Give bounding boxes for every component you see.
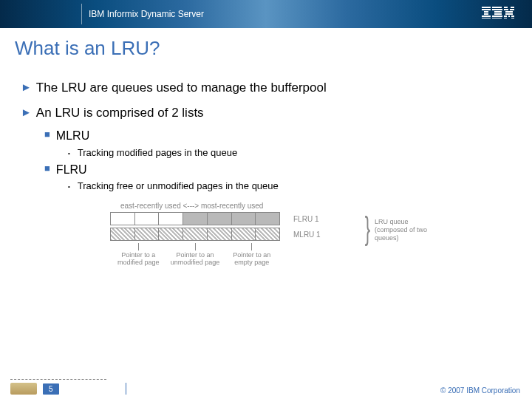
footer-divider	[126, 383, 126, 395]
svg-rect-11	[492, 18, 502, 18]
callout-line	[251, 243, 252, 250]
svg-rect-20	[508, 16, 510, 17]
queue-cell	[135, 213, 160, 225]
callout: Pointer to an empty page	[223, 243, 280, 267]
queue-cell	[111, 213, 135, 225]
slide-footer: 5 © 2007 IBM Corporation	[0, 378, 532, 399]
footer-badge-icon	[10, 383, 37, 395]
queue-cell	[183, 213, 208, 225]
ibm-logo	[482, 7, 514, 21]
bullet-text: The LRU are queues used to manage the bu…	[36, 81, 327, 95]
square-bullet-icon: ■	[44, 163, 50, 175]
queue-cell	[208, 213, 232, 225]
bullet-text: Tracking free or unmodified pages in the…	[78, 180, 279, 191]
svg-rect-19	[504, 16, 507, 17]
bullet-text: FLRU	[56, 163, 87, 178]
copyright-text: © 2007 IBM Corporation	[440, 386, 520, 395]
triangle-bullet-icon: ►	[21, 106, 32, 119]
svg-rect-18	[505, 13, 513, 15]
bullet-level2: ■ FLRU	[44, 163, 517, 178]
bullet-text: An LRU is comprised of 2 lists	[36, 106, 204, 120]
bullet-text: MLRU	[56, 129, 89, 144]
queue-cell	[256, 213, 279, 225]
callout-line	[138, 243, 139, 250]
queue-cell	[232, 228, 256, 240]
svg-rect-4	[482, 16, 491, 17]
svg-rect-6	[492, 7, 502, 8]
queue-cell	[111, 228, 135, 240]
svg-rect-14	[504, 9, 508, 10]
svg-rect-22	[504, 18, 507, 18]
callout-text: Pointer to an unmodified page	[167, 252, 224, 267]
header-divider	[81, 4, 82, 24]
svg-rect-2	[484, 11, 488, 13]
slide-title: What is an LRU?	[0, 28, 532, 63]
triangle-bullet-icon: ►	[21, 81, 32, 94]
svg-rect-12	[504, 7, 508, 8]
svg-rect-23	[511, 18, 514, 18]
bullet-level2: ■ MLRU	[44, 129, 517, 144]
svg-rect-21	[511, 16, 514, 17]
header-product-name: IBM Informix Dynamic Server	[89, 9, 204, 19]
callout: Pointer to a modified page	[110, 243, 167, 267]
diagram-top-label: east-recently used <---> most-recently u…	[120, 202, 428, 210]
brace-icon: }	[365, 214, 370, 243]
queue-cell	[232, 213, 256, 225]
bullet-text: Tracking modified pages in the queue	[78, 147, 237, 158]
dot-bullet-icon: •	[68, 183, 70, 190]
mlru-bar	[110, 228, 280, 241]
callout: Pointer to an unmodified page	[167, 243, 224, 267]
bullet-level1: ► An LRU is comprised of 2 lists	[21, 106, 517, 120]
queue-cell	[159, 228, 183, 240]
queue-cell	[135, 228, 160, 240]
svg-rect-5	[482, 18, 491, 18]
slide-content: ► The LRU are queues used to manage the …	[0, 63, 532, 267]
flru-bar	[110, 212, 280, 225]
svg-rect-3	[484, 13, 488, 15]
bullet-level3: • Tracking modified pages in the queue	[68, 147, 517, 158]
svg-rect-1	[482, 9, 491, 10]
dot-bullet-icon: •	[68, 150, 70, 157]
svg-rect-17	[509, 11, 513, 13]
svg-rect-15	[510, 9, 514, 10]
queue-cell	[159, 213, 183, 225]
callout-text: Pointer to an empty page	[223, 252, 280, 267]
callout-text: Pointer to a modified page	[110, 252, 167, 267]
svg-rect-8	[494, 11, 502, 13]
diagram-row-label: FLRU 1	[293, 215, 327, 223]
bullet-level1: ► The LRU are queues used to manage the …	[21, 81, 517, 95]
svg-rect-16	[505, 11, 509, 13]
queue-cell	[183, 228, 208, 240]
diagram-row-label: MLRU 1	[293, 231, 327, 239]
slide-header: IBM Informix Dynamic Server	[0, 0, 532, 28]
svg-rect-0	[482, 7, 491, 8]
page-number: 5	[43, 383, 59, 395]
queue-cell	[256, 228, 279, 240]
callout-line	[195, 243, 196, 250]
svg-rect-13	[511, 7, 514, 8]
svg-rect-7	[492, 9, 502, 10]
svg-rect-10	[492, 16, 502, 17]
queue-cell	[208, 228, 232, 240]
square-bullet-icon: ■	[44, 129, 50, 141]
brace-label: LRU queue (composed of two queues)	[375, 218, 428, 242]
svg-rect-9	[494, 13, 502, 15]
lru-diagram: east-recently used <---> most-recently u…	[110, 202, 428, 267]
bullet-level3: • Tracking free or unmodified pages in t…	[68, 180, 517, 191]
diagram-callouts: Pointer to a modified page Pointer to an…	[110, 243, 280, 267]
